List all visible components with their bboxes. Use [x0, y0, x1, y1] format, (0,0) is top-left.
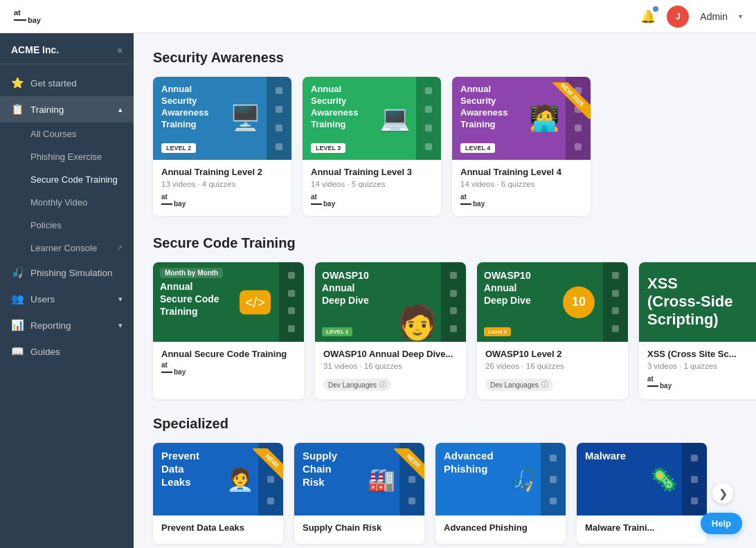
card-thumb-title: XSS(Cross-SideScripting) — [647, 275, 732, 329]
course-card-sa-level3[interactable]: AnnualSecurityAwarenessTraining 💻 LEVEL … — [303, 77, 441, 216]
card-thumbnail: OWASP10AnnualDeep Dive Level 2 10 — [477, 262, 628, 342]
training-icon: 📋 — [11, 103, 24, 116]
sidebar-item-all-courses[interactable]: All Courses — [0, 122, 134, 145]
course-card-owasp-level2[interactable]: OWASP10AnnualDeep Dive Level 2 10 — [477, 262, 628, 399]
sidebar-nav: ⭐ Get started 📋 Training ▴ All Courses P… — [0, 64, 134, 548]
card-illustration: 🦠 — [650, 466, 678, 493]
sidebar-item-learner-console[interactable]: Learner Console ↗ — [0, 237, 134, 259]
card-thumb-title: AnnualSecure CodeTraining — [160, 280, 219, 318]
course-card-owasp-level1[interactable]: OWASP10AnnualDeep Dive LEVEL 1 🧑 — [315, 262, 466, 399]
card-meta: 26 videos · 16 quizzes — [485, 362, 620, 370]
dev-languages-tag: Dev Languages ⓘ — [323, 378, 391, 391]
sidebar-item-label: Phishing Simulation — [30, 268, 113, 278]
sidebar-item-label: Reporting — [30, 320, 71, 331]
card-logo: at bay — [460, 194, 582, 208]
header-actions: 🔔 J Admin ▾ — [640, 6, 742, 28]
course-card-sa-level2[interactable]: AnnualSecurityAwarenessTraining 🖥️ LEVEL… — [153, 77, 291, 216]
sidebar-item-get-started[interactable]: ⭐ Get started — [0, 70, 134, 96]
course-card-advanced-phishing[interactable]: AdvancedPhishing 🎣 Advanced Phishing — [435, 443, 566, 544]
specialized-scroll-right-button[interactable]: ❯ — [712, 483, 733, 504]
card-thumbnail: OWASP10AnnualDeep Dive LEVEL 1 🧑 — [315, 262, 466, 342]
at-bay-mini-logo: at bay — [161, 362, 186, 376]
security-awareness-cards: AnnualSecurityAwarenessTraining 🖥️ LEVEL… — [153, 77, 737, 216]
card-info: XSS (Cross Site Sc... 3 videos · 1 quizz… — [639, 342, 756, 398]
course-card-prevent-data-leaks[interactable]: PreventDataLeaks 🧑‍💼 Prevent Data Leaks — [153, 443, 283, 544]
user-avatar[interactable]: J — [667, 6, 689, 28]
card-thumb-title: AdvancedPhishing — [444, 450, 494, 476]
card-title: Annual Training Level 4 — [460, 167, 582, 177]
admin-label[interactable]: Admin — [700, 11, 728, 22]
admin-chevron-icon[interactable]: ▾ — [739, 12, 742, 20]
dev-languages-tag: Dev Languages ⓘ — [485, 378, 553, 391]
course-card-supply-chain-risk[interactable]: SupplyChainRisk 🏭 Supply Chain Risk — [294, 443, 424, 544]
sidebar-item-secure-code-training[interactable]: Secure Code Training — [0, 168, 134, 191]
card-title: Malware Traini... — [585, 522, 699, 533]
help-button[interactable]: Help — [701, 513, 742, 534]
card-thumb-title: AnnualSecurityAwarenessTraining — [311, 84, 358, 131]
info-icon[interactable]: ⓘ — [379, 380, 386, 390]
sidebar-item-label: Get started — [30, 78, 77, 89]
card-thumbnail: Month by Month AnnualSecure CodeTraining… — [153, 262, 304, 342]
card-info: OWASP10 Level 2 26 videos · 16 quizzes D… — [477, 342, 628, 399]
company-name: ACME Inc. — [11, 44, 59, 55]
notification-bell-button[interactable]: 🔔 — [640, 9, 656, 24]
card-thumb-title: AnnualSecurityAwarenessTraining — [460, 84, 507, 131]
security-awareness-section: Security Awareness AnnualSecurityAwarene… — [153, 50, 737, 216]
card-info: Advanced Phishing — [435, 515, 566, 544]
film-hole — [612, 290, 619, 297]
at-bay-mini-logo: at bay — [460, 194, 485, 208]
sidebar-item-guides[interactable]: 📖 Guides — [0, 338, 134, 365]
sidebar-item-users[interactable]: 👥 Users ▾ — [0, 286, 134, 312]
sidebar-item-label: Users — [30, 294, 55, 304]
course-card-malware[interactable]: Malware 🦠 Malware Traini... — [577, 443, 707, 544]
card-logo: at bay — [161, 362, 296, 376]
course-card-sa-level4[interactable]: AnnualSecurityAwarenessTraining 🧑‍💻 LEVE… — [452, 77, 591, 216]
film-hole — [288, 290, 295, 297]
external-link-icon: ↗ — [116, 244, 123, 253]
film-hole — [691, 455, 698, 462]
level-badge: LEVEL 1 — [322, 327, 352, 336]
film-hole — [575, 125, 582, 131]
new-badge-ribbon — [388, 448, 424, 486]
logo-dash — [14, 19, 26, 21]
new-badge-ribbon — [246, 448, 283, 486]
logo-at: at — [14, 9, 41, 17]
sidebar-item-training[interactable]: 📋 Training ▴ — [0, 96, 134, 122]
card-thumbnail: Malware 🦠 — [577, 443, 707, 515]
film-hole — [425, 125, 432, 131]
card-thumbnail: AnnualSecurityAwarenessTraining 🖥️ LEVEL… — [153, 77, 291, 160]
card-thumbnail: PreventDataLeaks 🧑‍💼 — [153, 443, 283, 515]
sidebar-item-policies[interactable]: Policies — [0, 214, 134, 237]
reporting-expand-icon: ▾ — [118, 321, 123, 330]
course-card-xss[interactable]: XSS(Cross-SideScripting) XSS (Cross Site… — [639, 262, 756, 399]
film-hole — [612, 325, 619, 332]
card-meta: 31 videos · 16 quizzes — [323, 362, 458, 370]
level-badge: LEVEL 4 — [460, 143, 495, 153]
card-thumb-title: AnnualSecurityAwarenessTraining — [161, 84, 208, 131]
course-card-annual-secure-code[interactable]: Month by Month AnnualSecure CodeTraining… — [153, 262, 304, 399]
sidebar-item-phishing-simulation[interactable]: 🎣 Phishing Simulation — [0, 259, 134, 286]
sidebar-item-monthly-video[interactable]: Monthly Video — [0, 191, 134, 214]
film-hole — [288, 325, 295, 332]
film-strip — [441, 262, 466, 342]
sidebar-item-phishing-exercise[interactable]: Phishing Exercise — [0, 145, 134, 168]
specialized-section: Specialized PreventDataLeaks — [153, 416, 737, 544]
info-icon[interactable]: ⓘ — [541, 380, 548, 390]
film-hole — [425, 143, 432, 150]
card-info: OWASP10 Annual Deep Dive... 31 videos · … — [315, 342, 466, 399]
secure-code-cards-container: Month by Month AnnualSecure CodeTraining… — [153, 262, 737, 399]
code-icon: </> — [240, 290, 271, 314]
card-illustration: 💻 — [379, 104, 411, 133]
sidebar-item-reporting[interactable]: 📊 Reporting ▾ — [0, 312, 134, 338]
sidebar-collapse-button[interactable]: « — [117, 44, 123, 55]
card-thumbnail: SupplyChainRisk 🏭 — [294, 443, 424, 515]
card-thumbnail: XSS(Cross-SideScripting) — [639, 262, 756, 342]
guides-icon: 📖 — [11, 345, 24, 358]
secure-code-training-section: Secure Code Training Month by Month Annu… — [153, 235, 737, 399]
reporting-icon: 📊 — [11, 319, 24, 331]
phishing-simulation-icon: 🎣 — [11, 266, 24, 279]
film-hole — [691, 497, 698, 504]
film-hole — [450, 272, 457, 279]
card-title: Prevent Data Leaks — [161, 522, 275, 533]
specialized-title: Specialized — [153, 416, 737, 432]
